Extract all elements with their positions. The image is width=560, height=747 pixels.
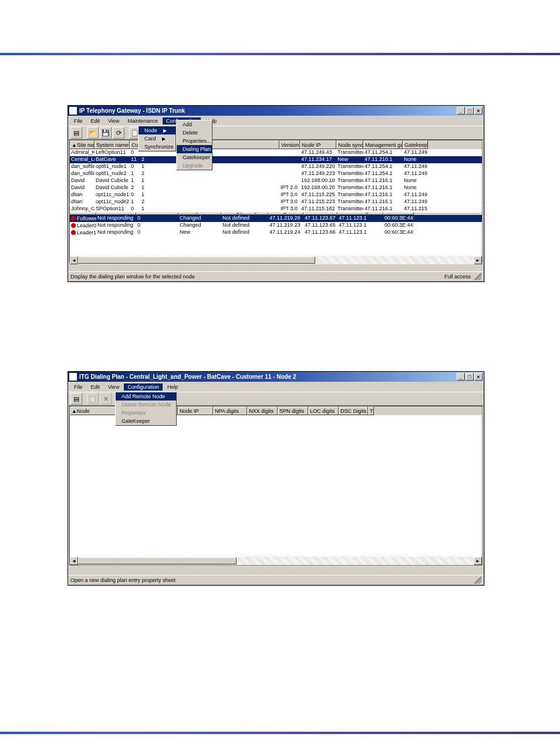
app-icon [69,373,77,381]
window-title: ITG Dialing Plan - Central_Light_and_Pow… [79,374,296,380]
close-button[interactable]: × [474,373,483,381]
col-loc-digits[interactable]: LOC digits [308,406,339,415]
titlebar[interactable]: ITG Dialing Plan - Central_Light_and_Pow… [68,372,484,382]
col-site-name[interactable]: ▲Site name [70,140,95,149]
card-status-icon [71,223,76,228]
table-row[interactable]: Leader0Not responding0ChangedNot defined… [70,222,482,229]
table-row[interactable]: Leader1Not responding0NewNot defined47.1… [70,229,482,236]
col-version[interactable]: Version [279,140,300,149]
access-level: Full access [444,274,471,280]
table-row[interactable]: dtianopt11c_node101IPT 3.047.11.215.225T… [70,191,482,198]
tb-new-icon[interactable]: ▤ [70,127,82,139]
maximize-button[interactable]: □ [465,107,474,115]
tb-delete-icon: ✕ [100,393,112,405]
col-node-ip[interactable]: Node IP [300,140,336,149]
tb-refresh-icon[interactable]: ⟳ [113,127,124,139]
col-gatekeeper[interactable]: Gatekeepe [403,140,428,149]
tb-save-icon[interactable]: 💾 [100,127,112,139]
col-blank2[interactable] [204,140,279,149]
menu-configuration[interactable]: Configuration [124,383,163,391]
titlebar[interactable]: IP Telephony Gateway - ISDN IP Trunk _ □… [68,106,484,116]
menu-help[interactable]: Help [164,383,182,391]
menu-dialing-plan[interactable]: Dialing Plan [177,145,212,153]
maximize-button[interactable]: □ [465,373,474,381]
resize-grip-icon[interactable] [474,577,481,584]
menu-node[interactable]: Node▶ [139,126,176,134]
h-scrollbar[interactable]: ◄ ► [70,256,482,264]
minimize-button[interactable]: _ [457,373,465,381]
sort-up-icon: ▲ [72,142,77,148]
configuration-submenu: Add Remote Node Delete Remote Node Prope… [115,392,177,426]
menu-view[interactable]: View [104,117,123,124]
col-mgmt-gateway[interactable]: Management gat... [363,140,403,149]
col-npa-digits[interactable]: NPA digits [213,406,247,415]
menu-delete[interactable]: Delete [177,129,212,137]
table-row[interactable]: Central_Li…BatCave11247.11.234.17New47.1… [70,156,482,163]
h-scrollbar[interactable]: ◄ ► [70,557,482,565]
menu-gatekeeper[interactable]: Gatekeeper [177,153,212,161]
page-bottom-rule [0,732,560,734]
menu-file[interactable]: File [70,383,86,391]
app-icon [69,107,77,115]
card-status-icon [71,216,76,221]
col-spn-digits[interactable]: SPN digits [278,406,308,415]
table-row[interactable]: DavidDavid Cubicle11192.168.00.10Transmi… [70,177,482,184]
card-status-icon [71,230,76,235]
menu-file[interactable]: File [70,117,86,124]
statusbar: Open a new dialing plan entry property s… [68,575,484,585]
ip-telephony-window: IP Telephony Gateway - ISDN IP Trunk _ □… [68,105,484,282]
menubar: File Edit View Configuration Help [68,382,484,392]
menu-edit[interactable]: Edit [87,117,104,124]
configuration-submenu: Node▶ Card▶ Synchronize▶ [138,126,176,152]
node-submenu: Add Delete Properties... Dialing Plan Ga… [176,120,212,170]
dialing-plan-table[interactable]: ▲Node Node IP NPA digits NXX digits SPN … [69,406,483,566]
col-t[interactable]: T [368,406,374,415]
menu-upgrade: Upgrade [177,161,212,170]
tb-copy-icon: 📋 [87,393,99,405]
close-button[interactable]: × [474,107,483,115]
table-row[interactable]: DavidDavid Cubicle21IPT 2.0192.168.00.20… [70,184,482,191]
scroll-left-icon[interactable]: ◄ [70,557,78,565]
dialing-plan-window: ITG Dialing Plan - Central_Light_and_Pow… [68,371,484,586]
menu-synchronize[interactable]: Synchronize▶ [139,143,176,151]
col-node-ip[interactable]: Node IP [178,406,213,415]
menu-add-remote-node[interactable]: Add Remote Node [116,392,176,401]
menu-properties[interactable]: Properties... [177,137,212,145]
table-row[interactable]: FollowerNot responding0ChangedNot define… [70,215,482,222]
menu-maintenance[interactable]: Maintenance [124,117,161,124]
status-text: Display the dialing plan window for the … [70,274,195,280]
menubar: File Edit View Maintenance Configuration… [68,116,484,126]
menu-gatekeeper[interactable]: GateKeeper [116,417,176,425]
menu-card[interactable]: Card▶ [139,134,176,143]
sort-up-icon: ▲ [72,408,77,414]
scroll-right-icon[interactable]: ► [474,256,482,264]
scroll-right-icon[interactable]: ► [474,557,482,565]
table-row[interactable]: dtianopt11c_node212IPT 3.047.11.215.223T… [70,198,482,206]
table-row[interactable]: dan_softla…opt81_node10147.11.249.220Tra… [70,163,482,170]
cards-table[interactable]: ▲Card role Card state Nodes in fallback … [69,206,483,263]
nodes-table[interactable]: ▲Site name System name Cu Version Node I… [69,140,483,204]
page-top-rule [0,53,560,55]
minimize-button[interactable]: _ [457,107,465,115]
col-node-synch[interactable]: Node synch... [336,140,363,149]
col-nxx-digits[interactable]: NXX digits [247,406,278,415]
menu-delete-remote-node: Delete Remote Node [116,401,176,409]
table-row[interactable]: dan_softla…opt81_node21247.11.249.223Tra… [70,170,482,177]
tb-new-icon[interactable]: ▤ [70,393,82,405]
toolbar: ▤ 📂 💾 ⟳ 📋 ✕ [68,126,484,140]
resize-grip-icon[interactable] [474,273,481,280]
menu-view[interactable]: View [104,383,123,391]
scroll-left-icon[interactable]: ◄ [70,256,78,264]
menu-properties: Properties [116,409,176,417]
window-title: IP Telephony Gateway - ISDN IP Trunk [79,107,185,114]
table-row[interactable]: Admiral_K…LeftOption11047.11.249.43Trans… [70,149,482,156]
statusbar: Display the dialing plan window for the … [68,271,484,281]
col-system-name[interactable]: System name [95,140,130,149]
col-dsc-digits[interactable]: DSC Digits [339,406,368,415]
tb-open-icon[interactable]: 📂 [87,127,99,139]
menu-edit[interactable]: Edit [87,383,104,391]
status-text: Open a new dialing plan entry property s… [70,577,176,583]
menu-add[interactable]: Add [177,120,212,129]
table-row[interactable]: Johnny_C…SPOption1101IPT 3.047.11.215.18… [70,206,482,213]
